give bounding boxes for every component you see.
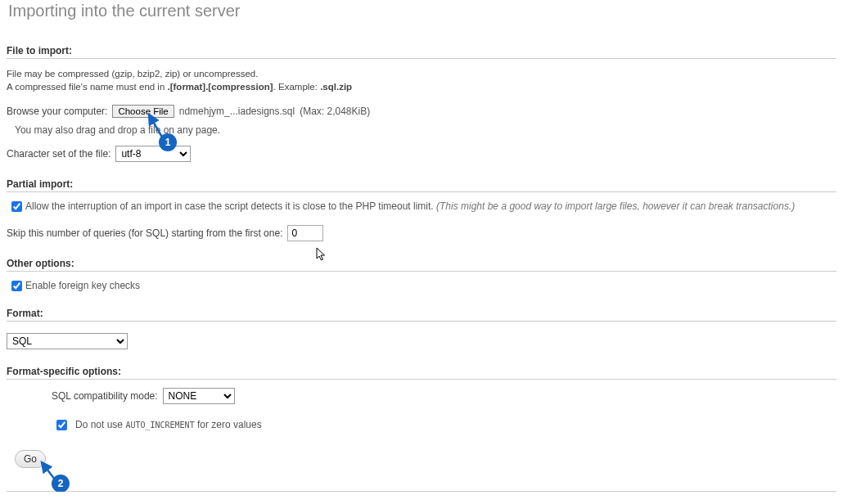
zero-auto-code: AUTO_INCREMENT (125, 421, 194, 430)
desc-format-pattern: .[format].[compression] (168, 82, 273, 92)
other-options-header: Other options: (7, 258, 836, 272)
foreign-key-checkbox[interactable] (11, 281, 22, 291)
browse-row: Browse your computer: Choose File ndmehj… (7, 105, 836, 118)
allow-interruption-row: Allow the interruption of an import in c… (7, 200, 836, 212)
format-specific-header: Format-specific options: (7, 366, 836, 380)
zero-auto-label: Do not use AUTO_INCREMENT for zero value… (75, 419, 262, 430)
desc-line1: File may be compressed (gzip, bzip2, zip… (7, 69, 258, 79)
allow-interruption-text: Allow the interruption of an import in c… (25, 200, 436, 212)
desc-example: .sql.zip (320, 82, 352, 92)
browse-label: Browse your computer: (7, 106, 107, 117)
max-upload-size: (Max: 2,048KiB) (300, 106, 370, 117)
partial-import-header: Partial import: (7, 178, 836, 192)
foreign-key-row: Enable foreign key checks (7, 280, 836, 291)
format-header: Format: (7, 308, 836, 322)
charset-row: Character set of the file: utf-8 (7, 146, 836, 162)
zero-auto-prefix: Do not use (75, 419, 125, 430)
zero-auto-row: Do not use AUTO_INCREMENT for zero value… (52, 419, 836, 430)
format-row: SQL (7, 333, 836, 349)
compression-description: File may be compressed (gzip, bzip2, zip… (7, 67, 836, 93)
foreign-key-label: Enable foreign key checks (25, 280, 140, 291)
sql-compat-row: SQL compatibility mode: NONE (52, 388, 836, 404)
charset-label: Character set of the file: (7, 148, 110, 160)
allow-interruption-label: Allow the interruption of an import in c… (25, 200, 795, 212)
skip-queries-row: Skip this number of queries (for SQL) st… (7, 225, 836, 241)
annotation-badge-2: 2 (52, 475, 70, 492)
page-title: Importing into the current server (8, 2, 843, 20)
skip-queries-label: Skip this number of queries (for SQL) st… (7, 227, 282, 239)
allow-interruption-note: (This might be a good way to import larg… (436, 200, 795, 212)
sql-compat-select[interactable]: NONE (163, 388, 235, 404)
bottom-divider (7, 491, 836, 492)
zero-auto-checkbox[interactable] (56, 420, 67, 430)
desc-line2-prefix: A compressed file's name must end in (7, 82, 168, 92)
file-to-import-header: File to import: (7, 45, 836, 59)
skip-queries-input[interactable] (287, 225, 323, 241)
desc-line2-mid: . Example: (273, 82, 321, 92)
chosen-file-name: ndmehjym_...iadesigns.sql (179, 106, 295, 117)
format-select[interactable]: SQL (7, 333, 128, 349)
charset-select[interactable]: utf-8 (115, 146, 191, 162)
sql-compat-label: SQL compatibility mode: (52, 390, 158, 402)
drag-drop-hint: You may also drag and drop a file on any… (15, 124, 836, 136)
allow-interruption-checkbox[interactable] (11, 201, 22, 212)
zero-auto-suffix: for zero values (195, 419, 262, 430)
